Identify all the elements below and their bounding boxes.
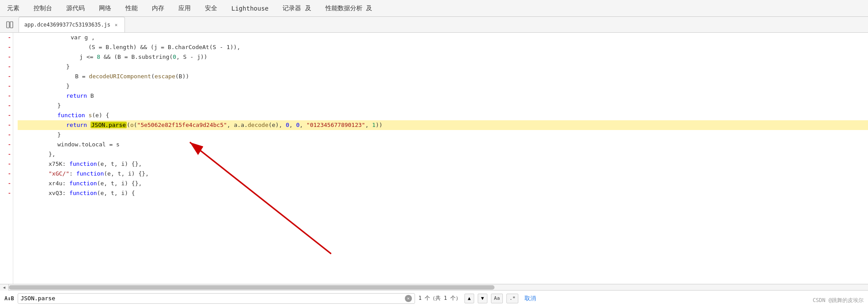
- gutter-line: -: [0, 52, 11, 62]
- gutter-line: -: [0, 120, 11, 130]
- nav-lighthouse[interactable]: Lighthouse: [229, 0, 271, 16]
- horizontal-scrollbar[interactable]: ◀: [0, 284, 868, 290]
- code-line: window.toLocal = s: [18, 140, 868, 149]
- search-case-label: A↕B: [4, 295, 14, 302]
- nav-network[interactable]: 网络: [96, 0, 114, 16]
- code-line: j <= 8 && (B = B.substring(0, S - j)): [18, 52, 868, 62]
- code-line: function s(e) {: [18, 111, 868, 120]
- gutter-line: -: [0, 169, 11, 179]
- search-next-button[interactable]: ▼: [478, 294, 487, 303]
- nav-recorder[interactable]: 记录器 及: [280, 0, 313, 16]
- line-gutter: - - - - - - - - - - - - - - - - -: [0, 33, 13, 284]
- gutter-line: -: [0, 111, 11, 120]
- search-result-count: 1 个（共 1 个）: [419, 295, 461, 302]
- gutter-line: -: [0, 62, 11, 72]
- gutter-line: -: [0, 140, 11, 149]
- gutter-line: -: [0, 159, 11, 169]
- gutter-line: -: [0, 101, 11, 111]
- watermark: CSDN @跳舞的皮埃尔: [813, 297, 864, 304]
- nav-sources[interactable]: 源代码: [64, 0, 87, 16]
- top-nav: 元素 控制台 源代码 网络 性能 内存 应用 安全 Lighthouse 记录器…: [0, 0, 868, 17]
- search-clear-button[interactable]: ✕: [405, 295, 412, 302]
- code-line: }: [18, 81, 868, 91]
- code-line: "xGC/": function(e, t, i) {},: [18, 169, 868, 179]
- svg-rect-1: [10, 22, 13, 28]
- code-line: }: [18, 130, 868, 140]
- scrollbar-thumb[interactable]: [9, 285, 494, 290]
- search-input-wrapper: ✕: [18, 293, 415, 304]
- gutter-line: -: [0, 33, 11, 42]
- gutter-line: -: [0, 91, 11, 101]
- code-line: xvQ3: function(e, t, i) {: [18, 188, 868, 198]
- gutter-line: -: [0, 72, 11, 81]
- tab-close-button[interactable]: ×: [113, 22, 119, 28]
- gutter-line: -: [0, 179, 11, 188]
- code-editor: - - - - - - - - - - - - - - - - - var g …: [0, 33, 868, 284]
- code-line: return B: [18, 91, 868, 101]
- gutter-line: -: [0, 188, 11, 198]
- nav-performance[interactable]: 性能: [123, 0, 140, 16]
- code-line-highlighted: return JSON.parse(o("5e5062e82f15fe4ca9d…: [18, 120, 868, 130]
- search-cancel-button[interactable]: 取消: [522, 295, 539, 302]
- nav-security[interactable]: 安全: [202, 0, 220, 16]
- nav-elements[interactable]: 元素: [4, 0, 22, 16]
- nav-application[interactable]: 应用: [176, 0, 193, 16]
- gutter-line: -: [0, 130, 11, 140]
- source-tab[interactable]: app.dce43699377c53193635.js ×: [19, 17, 125, 32]
- search-input[interactable]: [21, 295, 405, 302]
- search-bar: A↕B ✕ 1 个（共 1 个） ▲ ▼ Aa .* 取消: [0, 290, 868, 306]
- scroll-left-button[interactable]: ◀: [0, 284, 9, 291]
- svg-rect-0: [7, 22, 9, 28]
- nav-console[interactable]: 控制台: [31, 0, 55, 16]
- search-prev-button[interactable]: ▲: [464, 294, 474, 303]
- code-line: },: [18, 149, 868, 159]
- nav-perf-insights[interactable]: 性能数据分析 及: [323, 0, 375, 16]
- gutter-line: -: [0, 81, 11, 91]
- search-regex-button[interactable]: .*: [506, 294, 518, 303]
- nav-memory[interactable]: 内存: [149, 0, 167, 16]
- tab-bar: app.dce43699377c53193635.js ×: [0, 17, 868, 33]
- code-line: (S = B.length) && (j = B.charCodeAt(S - …: [18, 42, 868, 52]
- search-case-sensitive-button[interactable]: Aa: [491, 294, 503, 303]
- code-line: xr4u: function(e, t, i) {},: [18, 179, 868, 188]
- code-line: var g ,: [18, 33, 868, 42]
- gutter-line: -: [0, 42, 11, 52]
- code-line: }: [18, 101, 868, 111]
- code-line: B = decodeURIComponent(escape(B)): [18, 72, 868, 81]
- sidebar-toggle-icon[interactable]: [4, 19, 15, 30]
- code-line: }: [18, 62, 868, 72]
- code-content: var g , (S = B.length) && (j = B.charCod…: [13, 33, 868, 284]
- gutter-line: -: [0, 149, 11, 159]
- code-line: x75K: function(e, t, i) {},: [18, 159, 868, 169]
- tab-filename: app.dce43699377c53193635.js: [24, 22, 110, 28]
